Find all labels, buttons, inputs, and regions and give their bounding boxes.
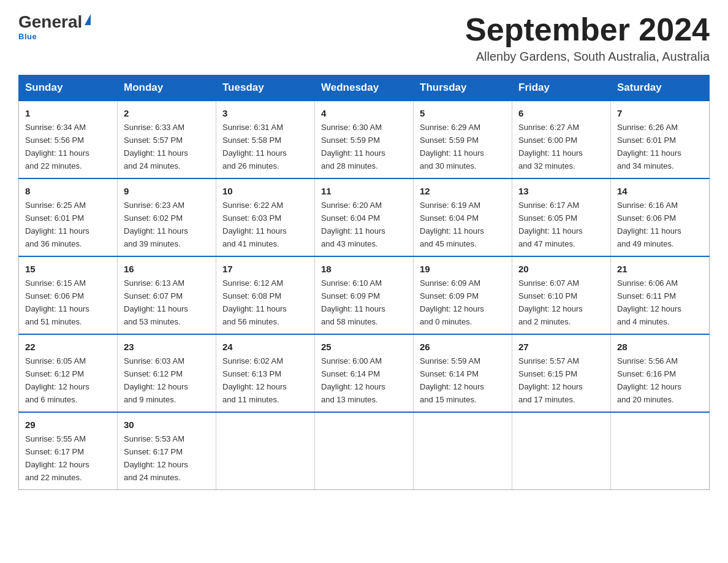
calendar-day-17: 17 Sunrise: 6:12 AMSunset: 6:08 PMDaylig… [216,256,315,334]
day-info: Sunrise: 6:33 AMSunset: 5:57 PMDaylight:… [124,123,188,170]
logo: General Blue [18,12,91,41]
calendar-day-11: 11 Sunrise: 6:20 AMSunset: 6:04 PMDaylig… [315,178,414,256]
day-info: Sunrise: 6:20 AMSunset: 6:04 PMDaylight:… [321,201,385,248]
day-number: 21 [617,262,703,276]
calendar-day-22: 22 Sunrise: 6:05 AMSunset: 6:12 PMDaylig… [19,334,118,412]
day-number: 29 [25,418,111,432]
day-number: 2 [124,106,210,120]
calendar-day-13: 13 Sunrise: 6:17 AMSunset: 6:05 PMDaylig… [512,178,611,256]
calendar-day-26: 26 Sunrise: 5:59 AMSunset: 6:14 PMDaylig… [414,334,512,412]
day-info: Sunrise: 6:07 AMSunset: 6:10 PMDaylight:… [518,278,583,326]
day-info: Sunrise: 5:57 AMSunset: 6:15 PMDaylight:… [518,356,583,404]
calendar-day-21: 21 Sunrise: 6:06 AMSunset: 6:11 PMDaylig… [611,256,710,334]
day-number: 26 [420,340,506,354]
day-number: 14 [617,184,703,198]
day-number: 6 [518,106,604,120]
header-day-wednesday: Wednesday [315,75,414,101]
day-info: Sunrise: 6:09 AMSunset: 6:09 PMDaylight:… [420,278,484,326]
day-number: 17 [222,262,308,276]
header-day-tuesday: Tuesday [216,75,315,101]
day-number: 4 [321,106,407,120]
day-info: Sunrise: 6:00 AMSunset: 6:14 PMDaylight:… [321,356,385,404]
calendar-day-14: 14 Sunrise: 6:16 AMSunset: 6:06 PMDaylig… [611,178,710,256]
calendar-day-9: 9 Sunrise: 6:23 AMSunset: 6:02 PMDayligh… [118,178,216,256]
header-day-thursday: Thursday [414,75,512,101]
day-number: 25 [321,340,407,354]
calendar-day-24: 24 Sunrise: 6:02 AMSunset: 6:13 PMDaylig… [216,334,315,412]
month-title: September 2024 [465,12,710,47]
calendar-day-19: 19 Sunrise: 6:09 AMSunset: 6:09 PMDaylig… [414,256,512,334]
day-number: 24 [222,340,308,354]
day-number: 5 [420,106,506,120]
day-number: 28 [617,340,703,354]
calendar-table: SundayMondayTuesdayWednesdayThursdayFrid… [18,75,710,490]
day-number: 11 [321,184,407,198]
day-info: Sunrise: 6:17 AMSunset: 6:05 PMDaylight:… [518,201,583,248]
day-info: Sunrise: 6:16 AMSunset: 6:06 PMDaylight:… [617,201,681,248]
day-info: Sunrise: 6:34 AMSunset: 5:56 PMDaylight:… [25,123,89,170]
day-info: Sunrise: 6:30 AMSunset: 5:59 PMDaylight:… [321,123,385,170]
calendar-day-4: 4 Sunrise: 6:30 AMSunset: 5:59 PMDayligh… [315,101,414,178]
location-title: Allenby Gardens, South Australia, Austra… [465,50,710,64]
day-info: Sunrise: 6:25 AMSunset: 6:01 PMDaylight:… [25,201,89,248]
calendar-day-3: 3 Sunrise: 6:31 AMSunset: 5:58 PMDayligh… [216,101,315,178]
calendar-day-15: 15 Sunrise: 6:15 AMSunset: 6:06 PMDaylig… [19,256,118,334]
day-info: Sunrise: 5:53 AMSunset: 6:17 PMDaylight:… [124,434,188,482]
day-info: Sunrise: 6:22 AMSunset: 6:03 PMDaylight:… [222,201,287,248]
calendar-empty-cell [611,412,710,489]
calendar-day-30: 30 Sunrise: 5:53 AMSunset: 6:17 PMDaylig… [118,412,216,489]
day-number: 13 [518,184,604,198]
day-info: Sunrise: 6:12 AMSunset: 6:08 PMDaylight:… [222,278,287,326]
calendar-week-row: 8 Sunrise: 6:25 AMSunset: 6:01 PMDayligh… [19,178,710,256]
calendar-day-28: 28 Sunrise: 5:56 AMSunset: 6:16 PMDaylig… [611,334,710,412]
calendar-day-7: 7 Sunrise: 6:26 AMSunset: 6:01 PMDayligh… [611,101,710,178]
calendar-day-20: 20 Sunrise: 6:07 AMSunset: 6:10 PMDaylig… [512,256,611,334]
day-info: Sunrise: 6:05 AMSunset: 6:12 PMDaylight:… [25,356,89,404]
day-number: 9 [124,184,210,198]
day-number: 18 [321,262,407,276]
logo-general-text: General [18,12,82,32]
day-number: 23 [124,340,210,354]
title-block: September 2024 Allenby Gardens, South Au… [465,12,710,64]
calendar-day-5: 5 Sunrise: 6:29 AMSunset: 5:59 PMDayligh… [414,101,512,178]
day-info: Sunrise: 6:31 AMSunset: 5:58 PMDaylight:… [222,123,287,170]
day-info: Sunrise: 5:55 AMSunset: 6:17 PMDaylight:… [25,434,89,482]
calendar-empty-cell [216,412,315,489]
calendar-day-27: 27 Sunrise: 5:57 AMSunset: 6:15 PMDaylig… [512,334,611,412]
header-day-monday: Monday [118,75,216,101]
calendar-day-23: 23 Sunrise: 6:03 AMSunset: 6:12 PMDaylig… [118,334,216,412]
page-header: General Blue September 2024 Allenby Gard… [18,12,710,64]
calendar-empty-cell [414,412,512,489]
day-number: 27 [518,340,604,354]
day-number: 7 [617,106,703,120]
calendar-day-25: 25 Sunrise: 6:00 AMSunset: 6:14 PMDaylig… [315,334,414,412]
day-info: Sunrise: 6:29 AMSunset: 5:59 PMDaylight:… [420,123,484,170]
calendar-empty-cell [315,412,414,489]
calendar-week-row: 22 Sunrise: 6:05 AMSunset: 6:12 PMDaylig… [19,334,710,412]
calendar-day-2: 2 Sunrise: 6:33 AMSunset: 5:57 PMDayligh… [118,101,216,178]
day-number: 19 [420,262,506,276]
calendar-day-6: 6 Sunrise: 6:27 AMSunset: 6:00 PMDayligh… [512,101,611,178]
calendar-day-10: 10 Sunrise: 6:22 AMSunset: 6:03 PMDaylig… [216,178,315,256]
day-number: 30 [124,418,210,432]
logo-triangle-icon [85,14,91,25]
day-info: Sunrise: 6:13 AMSunset: 6:07 PMDaylight:… [124,278,188,326]
day-number: 10 [222,184,308,198]
calendar-empty-cell [512,412,611,489]
day-number: 15 [25,262,111,276]
calendar-day-18: 18 Sunrise: 6:10 AMSunset: 6:09 PMDaylig… [315,256,414,334]
day-number: 20 [518,262,604,276]
calendar-week-row: 1 Sunrise: 6:34 AMSunset: 5:56 PMDayligh… [19,101,710,178]
day-number: 16 [124,262,210,276]
day-info: Sunrise: 6:27 AMSunset: 6:00 PMDaylight:… [518,123,583,170]
day-info: Sunrise: 6:02 AMSunset: 6:13 PMDaylight:… [222,356,287,404]
day-number: 22 [25,340,111,354]
day-number: 3 [222,106,308,120]
day-number: 12 [420,184,506,198]
calendar-day-8: 8 Sunrise: 6:25 AMSunset: 6:01 PMDayligh… [19,178,118,256]
calendar-day-29: 29 Sunrise: 5:55 AMSunset: 6:17 PMDaylig… [19,412,118,489]
day-number: 1 [25,106,111,120]
day-info: Sunrise: 5:59 AMSunset: 6:14 PMDaylight:… [420,356,484,404]
day-info: Sunrise: 6:03 AMSunset: 6:12 PMDaylight:… [124,356,188,404]
calendar-header-row: SundayMondayTuesdayWednesdayThursdayFrid… [19,75,710,101]
